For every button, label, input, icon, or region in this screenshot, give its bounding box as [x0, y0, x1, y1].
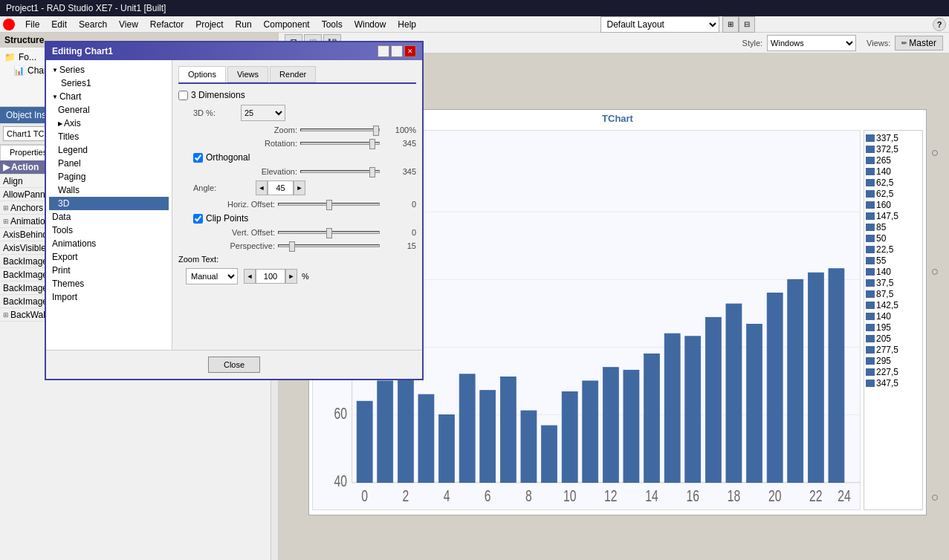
tree-series[interactable]: ▼ Series — [49, 63, 169, 76]
legend-item-8: 147,5 — [866, 211, 921, 221]
rotation-thumb[interactable] — [369, 139, 375, 149]
horiz-offset-thumb[interactable] — [326, 200, 332, 210]
menu-file[interactable]: File — [19, 18, 45, 31]
3d-percent-select[interactable]: 25 50 — [241, 105, 285, 121]
menu-view[interactable]: View — [113, 18, 144, 31]
elevation-value: 345 — [383, 167, 416, 176]
chart-label: Chart — [59, 91, 81, 102]
horiz-offset-slider[interactable] — [278, 203, 380, 206]
tree-panel[interactable]: Panel — [49, 157, 169, 170]
angle-row: Angle: ◄ ► — [193, 180, 416, 195]
clip-points-checkbox[interactable] — [193, 214, 203, 224]
orthogonal-checkbox[interactable] — [193, 153, 203, 163]
rotation-row: Rotation: 345 — [238, 139, 416, 148]
dialog-maximize-btn[interactable]: □ — [391, 45, 403, 57]
angle-increment[interactable]: ► — [294, 180, 305, 195]
tree-3d[interactable]: 3D — [49, 197, 169, 210]
rotation-value: 345 — [383, 139, 416, 148]
rotation-slider[interactable] — [300, 142, 380, 145]
handle-topright[interactable] — [932, 150, 938, 156]
dialog-minimize-btn[interactable]: ─ — [378, 45, 389, 57]
dimensions-checkbox[interactable] — [178, 91, 188, 100]
tree-paging[interactable]: Paging — [49, 170, 169, 183]
legend-item-20: 277,5 — [866, 345, 921, 355]
views-master-btn[interactable]: ✏ Master — [895, 36, 943, 51]
elevation-slider[interactable] — [300, 170, 380, 173]
tree-import[interactable]: Import — [49, 290, 169, 304]
menu-refactor[interactable]: Refactor — [144, 18, 190, 31]
legend-item-14: 37,5 — [866, 278, 921, 288]
vert-offset-thumb[interactable] — [326, 228, 332, 238]
menu-tools[interactable]: Tools — [316, 18, 349, 31]
legend-item-2: 372,5 — [866, 144, 921, 154]
tree-chart[interactable]: ▼ Chart — [49, 90, 169, 103]
legend-item-19: 205 — [866, 333, 921, 344]
vert-offset-slider[interactable] — [278, 231, 380, 234]
tree-print[interactable]: Print — [49, 264, 169, 277]
angle-input[interactable] — [268, 180, 294, 195]
help-btn[interactable]: ? — [933, 18, 946, 31]
perspective-thumb[interactable] — [289, 241, 295, 252]
walls-label: Walls — [58, 185, 80, 195]
layout-btn-1[interactable]: ⊞ — [722, 16, 739, 33]
svg-rect-27 — [664, 333, 680, 482]
zoom-text-mode-select[interactable]: Manual — [186, 268, 238, 284]
elevation-thumb[interactable] — [369, 167, 375, 178]
panel-label: Panel — [58, 158, 81, 169]
menu-project[interactable]: Project — [190, 18, 229, 31]
tree-general[interactable]: General — [49, 103, 169, 117]
tree-animations[interactable]: Animations — [49, 237, 169, 250]
svg-rect-25 — [624, 370, 639, 482]
app-icon — [3, 19, 15, 30]
zoom-slider[interactable] — [300, 128, 380, 131]
horiz-offset-label: Horiz. Offset: — [208, 200, 275, 209]
tree-walls[interactable]: Walls — [49, 183, 169, 197]
zoom-thumb[interactable] — [373, 126, 379, 136]
handle-bottomright[interactable] — [932, 495, 938, 501]
legend-item-21: 295 — [866, 356, 921, 366]
elevation-row: Elevation: 345 — [238, 167, 416, 176]
paging-label: Paging — [58, 172, 85, 182]
tab-views[interactable]: Views — [227, 66, 268, 82]
svg-rect-13 — [378, 381, 393, 483]
tab-options[interactable]: Options — [178, 66, 226, 82]
style-dropdown[interactable]: Windows — [767, 35, 856, 51]
tree-legend[interactable]: Legend — [49, 143, 169, 157]
options-tabs: Options Views Render — [178, 66, 416, 84]
dialog-close-btn[interactable]: ✕ — [404, 45, 416, 57]
legend-item-22: 227,5 — [866, 367, 921, 377]
angle-label: Angle: — [193, 183, 253, 192]
svg-text:24: 24 — [838, 487, 851, 505]
tree-series1[interactable]: Series1 — [49, 76, 169, 90]
handle-right[interactable] — [932, 269, 938, 275]
zoom-text-decrement[interactable]: ◄ — [244, 269, 256, 284]
menu-run[interactable]: Run — [230, 18, 258, 31]
menu-search[interactable]: Search — [73, 18, 113, 31]
dialog-content: ▼ Series Series1 ▼ Chart General ▶ Axis … — [46, 60, 422, 350]
legend-item-4: 140 — [866, 166, 921, 177]
menu-edit[interactable]: Edit — [45, 18, 73, 31]
layout-dropdown[interactable]: Default Layout Debug Layout Classic Layo… — [600, 16, 719, 33]
tree-tools[interactable]: Tools — [49, 224, 169, 237]
tab-render[interactable]: Render — [270, 66, 316, 82]
tools-label: Tools — [52, 225, 73, 235]
tree-themes[interactable]: Themes — [49, 277, 169, 290]
menu-window[interactable]: Window — [349, 18, 392, 31]
tree-export[interactable]: Export — [49, 250, 169, 264]
svg-text:16: 16 — [686, 487, 699, 505]
tree-titles[interactable]: Titles — [49, 130, 169, 143]
menu-component[interactable]: Component — [258, 18, 316, 31]
zoom-text-increment[interactable]: ► — [285, 269, 297, 284]
svg-rect-20 — [521, 411, 537, 483]
perspective-slider[interactable] — [278, 244, 380, 247]
angle-decrement[interactable]: ◄ — [256, 180, 268, 195]
menu-help[interactable]: Help — [392, 18, 422, 31]
animations-expand: ⊞ — [3, 218, 9, 225]
section-expand-icon: ▶ — [3, 162, 10, 172]
dialog-close-button[interactable]: Close — [208, 356, 260, 373]
tree-axis[interactable]: ▶ Axis — [49, 117, 169, 130]
tree-data[interactable]: Data — [49, 210, 169, 224]
legend-item-13: 140 — [866, 267, 921, 277]
zoom-text-input[interactable] — [256, 269, 285, 284]
layout-btn-2[interactable]: ⊟ — [739, 16, 755, 33]
